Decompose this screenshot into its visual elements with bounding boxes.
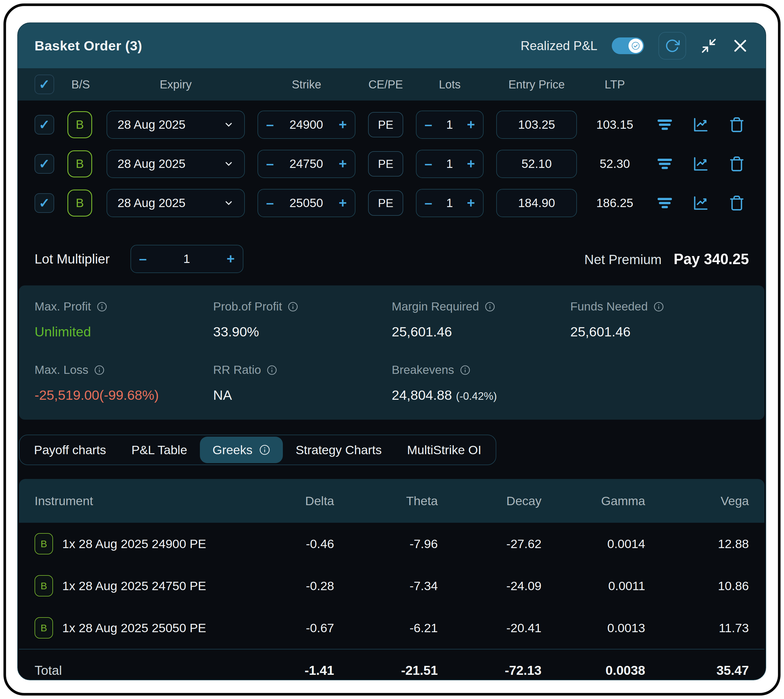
stat-max-profit: Max. Profit Unlimited (35, 300, 213, 340)
plus-button[interactable]: + (467, 118, 475, 132)
lot-multiplier-stepper[interactable]: – 1 + (131, 245, 244, 273)
col-expiry: Expiry (106, 78, 245, 91)
gamma-value: 0.0011 (542, 579, 645, 593)
info-icon[interactable] (97, 301, 107, 312)
row-checkbox[interactable]: ✓ (35, 154, 54, 174)
row-checkbox[interactable]: ✓ (35, 193, 54, 213)
refresh-button[interactable] (658, 32, 686, 60)
tab-greeks-label: Greeks (212, 443, 253, 457)
check-icon: ✓ (39, 117, 50, 133)
info-icon[interactable] (94, 365, 104, 375)
chevron-down-icon (224, 159, 234, 169)
net-premium: Net Premium Pay 340.25 (584, 250, 749, 268)
select-all-checkbox[interactable]: ✓ (35, 75, 54, 94)
option-type-badge[interactable]: PE (368, 151, 403, 177)
entry-price-input[interactable]: 103.25 (496, 111, 577, 139)
buy-sell-badge[interactable]: B (67, 189, 92, 217)
tab-strategy-charts[interactable]: Strategy Charts (283, 437, 394, 463)
stats-panel: Max. Profit Unlimited Prob.of Profit 33.… (19, 285, 764, 420)
expiry-select[interactable]: 28 Aug 2025 (106, 150, 245, 178)
tab-pnl-table[interactable]: P&L Table (119, 437, 200, 463)
ltp-value: 103.15 (590, 118, 640, 132)
strike-value: 25050 (290, 196, 323, 210)
buy-sell-badge[interactable]: B (67, 150, 92, 177)
instrument-name: 1x 28 Aug 2025 24750 PE (62, 579, 206, 593)
option-type-badge[interactable]: PE (368, 190, 403, 216)
lots-stepper[interactable]: – 1 + (416, 111, 484, 139)
plus-button[interactable]: + (339, 196, 347, 210)
order-row: ✓ B 28 Aug 2025 – 24750 + PE – 1 + 52.10… (18, 149, 766, 179)
decay-value: -20.41 (438, 621, 542, 635)
stat-label: Max. Profit (35, 300, 91, 313)
close-icon[interactable] (732, 37, 749, 55)
option-type-badge[interactable]: PE (368, 112, 403, 137)
market-depth-icon[interactable] (657, 117, 673, 133)
stat-label: Max. Loss (35, 363, 88, 377)
stat-value: NA (213, 387, 392, 403)
info-icon[interactable] (460, 365, 470, 375)
chart-icon[interactable] (693, 156, 709, 172)
chart-icon[interactable] (693, 195, 709, 211)
entry-price-input[interactable]: 52.10 (496, 150, 577, 178)
stat-rr-ratio: RR Ratio NA (213, 363, 392, 403)
expiry-value: 28 Aug 2025 (118, 157, 186, 171)
greeks-row: B 1x 28 Aug 2025 24900 PE -0.46 -7.96 -2… (19, 523, 764, 565)
info-icon[interactable] (259, 444, 270, 456)
tab-greeks[interactable]: Greeks (200, 437, 283, 463)
chart-icon[interactable] (693, 117, 709, 133)
dialog-title: Basket Order (3) (35, 38, 506, 53)
collapse-icon[interactable] (701, 37, 717, 54)
minus-button[interactable]: – (266, 118, 274, 132)
breakeven-value: 24,804.88 (392, 388, 452, 403)
minus-button[interactable]: – (424, 118, 432, 132)
stat-value: 24,804.88(-0.42%) (392, 387, 570, 403)
stat-breakevens: Breakevens 24,804.88(-0.42%) (392, 363, 570, 403)
total-gamma: 0.0038 (542, 663, 645, 678)
plus-button[interactable]: + (227, 252, 235, 266)
total-label: Total (35, 663, 230, 678)
tab-bar: Payoff charts P&L Table Greeks Strategy … (19, 435, 496, 465)
strike-stepper[interactable]: – 25050 + (257, 189, 355, 217)
entry-price-input[interactable]: 184.90 (496, 189, 577, 217)
order-row: ✓ B 28 Aug 2025 – 25050 + PE – 1 + 184.9… (18, 188, 766, 218)
expiry-select[interactable]: 28 Aug 2025 (106, 189, 245, 217)
delete-icon[interactable] (729, 156, 745, 172)
delete-icon[interactable] (729, 117, 745, 133)
stat-value: Unlimited (35, 324, 213, 340)
realized-pnl-toggle[interactable] (612, 37, 644, 54)
info-icon[interactable] (485, 301, 495, 312)
minus-button[interactable]: – (424, 196, 432, 210)
plus-button[interactable]: + (467, 157, 475, 171)
minus-button[interactable]: – (139, 252, 147, 266)
info-icon[interactable] (288, 301, 298, 312)
buy-badge: B (35, 533, 53, 555)
expiry-select[interactable]: 28 Aug 2025 (106, 111, 245, 139)
strike-stepper[interactable]: – 24900 + (257, 111, 355, 139)
plus-button[interactable]: + (467, 196, 475, 210)
market-depth-icon[interactable] (657, 195, 673, 211)
greeks-row: B 1x 28 Aug 2025 25050 PE -0.67 -6.21 -2… (19, 607, 764, 649)
row-checkbox[interactable]: ✓ (35, 115, 54, 134)
stat-max-loss: Max. Loss -25,519.00(-99.68%) (35, 363, 213, 403)
plus-button[interactable]: + (339, 157, 347, 171)
buy-sell-badge[interactable]: B (67, 111, 92, 138)
instrument-name: 1x 28 Aug 2025 24900 PE (62, 537, 206, 551)
stat-label: Margin Required (392, 300, 479, 313)
strike-stepper[interactable]: – 24750 + (257, 150, 355, 178)
col-lots: Lots (416, 78, 484, 91)
basket-order-dialog: Basket Order (3) Realized P&L ✓ B/S Expi… (17, 22, 766, 680)
info-icon[interactable] (267, 365, 277, 375)
minus-button[interactable]: – (266, 157, 274, 171)
lots-stepper[interactable]: – 1 + (416, 150, 484, 178)
minus-button[interactable]: – (424, 157, 432, 171)
info-icon[interactable] (653, 301, 664, 312)
market-depth-icon[interactable] (657, 156, 673, 172)
instrument-name: 1x 28 Aug 2025 25050 PE (62, 621, 206, 635)
minus-button[interactable]: – (266, 196, 274, 210)
delete-icon[interactable] (729, 195, 745, 211)
plus-button[interactable]: + (339, 118, 347, 132)
strike-value: 24750 (290, 157, 323, 171)
tab-payoff-charts[interactable]: Payoff charts (21, 437, 119, 463)
tab-multistrike-oi[interactable]: MultiStrike OI (394, 437, 494, 463)
lots-stepper[interactable]: – 1 + (416, 189, 484, 217)
